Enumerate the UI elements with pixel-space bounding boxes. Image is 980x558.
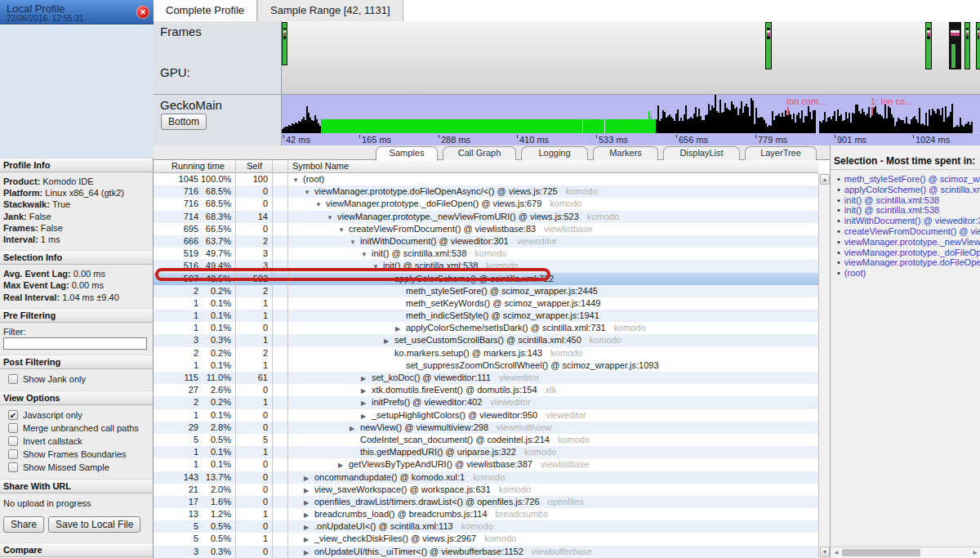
bottom-button[interactable]: Bottom	[161, 114, 207, 130]
checkbox-unchecked[interactable]	[8, 374, 18, 384]
ion-marker-label[interactable]: 1: Ion co...	[871, 96, 912, 106]
tree-expand-icon[interactable]: ▶	[361, 397, 372, 408]
table-row[interactable]: 10.1%1set_suppressZoomOnScrollWheel() @ …	[154, 359, 818, 372]
ion-marker-label[interactable]: Ion com...	[786, 96, 826, 106]
tree-expand-icon[interactable]: ▶	[304, 484, 314, 496]
table-row[interactable]: 20.2%1▶initPrefs() @ vieweditor:402viewe…	[154, 396, 818, 408]
tree-expand-icon[interactable]: ▶	[304, 472, 314, 484]
scrollbar-thumb[interactable]	[842, 549, 920, 556]
tree-expand-icon[interactable]: ▶	[384, 335, 394, 346]
main-tab-complete-profile[interactable]: Complete Profile	[154, 0, 257, 21]
table-row[interactable]: 11511.0%61▶set_koDoc() @ vieweditor:111v…	[154, 372, 818, 384]
table-row[interactable]: 69566.5%0▼createViewFromDocument() @ vie…	[154, 223, 818, 235]
table-row[interactable]: 30.3%1▶set_useCustomScrollBars() @ scint…	[154, 334, 818, 346]
table-row[interactable]: 50.5%0▶.onUpdateUI<() @ scintilla.xml:11…	[154, 520, 818, 533]
profile-list-area[interactable]	[0, 25, 154, 158]
table-row[interactable]: 51649.4%3▼init() @ scintilla.xml:538komo…	[154, 260, 818, 272]
tree-expand-icon[interactable]: ▶	[304, 533, 314, 545]
tree-expand-icon[interactable]: ▶	[304, 521, 314, 533]
tree-expand-icon[interactable]: ▶	[361, 410, 372, 422]
tree-collapse-icon[interactable]: ▼	[361, 248, 372, 260]
table-row[interactable]: 71668.5%0▼viewManager.prototype.doFileOp…	[154, 185, 818, 198]
table-row[interactable]: 212.0%0▶view_saveWorkspace() @ workspace…	[154, 484, 818, 496]
table-row[interactable]: 30.3%0▶onUpdateUI/this._uiTimer<() @ vie…	[154, 546, 818, 558]
col-self[interactable]: Self	[247, 161, 262, 171]
checkbox-unchecked[interactable]	[8, 449, 18, 459]
selection-link[interactable]: applyColorScheme() @ scintilla.xml:722	[835, 185, 980, 195]
table-row[interactable]: 51949.7%3▼init() @ scintilla.xml:538komo…	[154, 248, 818, 260]
table-vertical-scrollbar[interactable]: ▲ ▼	[818, 173, 830, 558]
filter-input[interactable]	[3, 337, 147, 350]
tree-expand-icon[interactable]: ▶	[304, 509, 314, 520]
table-row[interactable]: 66663.7%2▼initWithDocument() @ viewedito…	[154, 235, 818, 248]
scroll-right-icon[interactable]: ►	[971, 549, 979, 557]
close-icon[interactable]: ✕	[136, 6, 149, 19]
tree-expand-icon[interactable]: ▶	[350, 422, 360, 434]
table-row[interactable]: 292.8%0▶newView() @ viewmultiview:298vie…	[154, 422, 818, 434]
tree-collapse-icon[interactable]: ▼	[338, 224, 349, 235]
main-tab-sample-range-42-1131[interactable]: Sample Range [42, 1131]	[257, 0, 403, 21]
col-symbol-name[interactable]: Symbol Name	[292, 161, 349, 171]
checkbox-row-show-jank-only[interactable]: Show Jank only	[3, 373, 149, 386]
checkbox-unchecked[interactable]	[8, 436, 18, 446]
geckomain-track[interactable]: 42 ms165 ms288 ms410 ms533 ms656 ms779 m…	[282, 94, 980, 145]
table-row[interactable]: 14313.7%0▶oncommandupdate() @ komodo.xul…	[154, 471, 818, 484]
selection-link[interactable]: viewManager.prototype._doFileOpen() @ vi…	[835, 248, 980, 258]
selection-link[interactable]: init() @ scintilla.xml:538	[835, 205, 980, 216]
table-row[interactable]: 71668.5%0▼viewManager.prototype._doFileO…	[154, 198, 818, 210]
save-to-local-file-button[interactable]: Save to Local File	[48, 516, 140, 533]
tree-collapse-icon[interactable]: ▼	[292, 174, 303, 185]
tree-collapse-icon[interactable]: ▼	[350, 236, 360, 248]
table-row[interactable]: 50.5%1▶_view_checkDiskFiles() @ views.js…	[154, 533, 818, 545]
table-row[interactable]: 10.1%0▶_setupHighlightColors() @ viewedi…	[154, 409, 818, 422]
view-tab-logging[interactable]: Logging	[521, 146, 588, 160]
selection-link[interactable]: viewManager.prototype._newViewFromURI() …	[835, 237, 980, 248]
view-tab-call-graph[interactable]: Call Graph	[443, 146, 516, 160]
tree-collapse-icon[interactable]: ▼	[384, 274, 394, 285]
selection-link[interactable]: createViewFromDocument() @ viewlistbase:…	[835, 226, 980, 237]
tree-expand-icon[interactable]: ▶	[361, 373, 372, 384]
tree-expand-icon[interactable]: ▶	[304, 497, 314, 508]
col-running-time[interactable]: Running time	[172, 161, 225, 171]
table-row[interactable]: 1045100.0%100▼(root)	[154, 173, 818, 185]
checkbox-checked[interactable]: ✔	[8, 410, 18, 420]
table-row[interactable]: 10.1%0▶applyColorScheme/setIsDark() @ sc…	[154, 322, 818, 334]
share-button[interactable]: Share	[3, 516, 44, 533]
selection-link[interactable]: meth_styleSetFore() @ scimoz_wrapper.js:…	[835, 174, 980, 185]
table-row[interactable]: 50748.5%502▼applyColorScheme() @ scintil…	[154, 273, 818, 285]
tree-expand-icon[interactable]: ▶	[338, 459, 349, 471]
table-row[interactable]: 131.2%1▶breadcrumbs_load() @ breadcrumbs…	[154, 508, 818, 520]
table-row[interactable]: 20.2%2ko.markers.setup() @ markers.js:14…	[154, 347, 818, 359]
tree-expand-icon[interactable]: ▶	[395, 323, 406, 334]
tree-collapse-icon[interactable]: ▼	[315, 199, 326, 210]
selection-horizontal-scrollbar[interactable]: ◄ ►	[831, 547, 980, 558]
tree-collapse-icon[interactable]: ▼	[372, 261, 383, 272]
view-tab-samples[interactable]: Samples	[376, 146, 438, 161]
table-row[interactable]: 71468.3%14▼viewManager.prototype._newVie…	[154, 211, 818, 223]
checkbox-row-javascript-only[interactable]: ✔Javascript only	[3, 408, 149, 422]
checkbox-row-invert-callstack[interactable]: Invert callstack	[3, 435, 149, 448]
tree-collapse-icon[interactable]: ▼	[304, 186, 314, 198]
scroll-down-icon[interactable]: ▼	[820, 547, 830, 557]
tree-collapse-icon[interactable]: ▼	[327, 212, 337, 223]
selection-link[interactable]: initWithDocument() @ vieweditor:301	[835, 216, 980, 226]
checkbox-unchecked[interactable]	[8, 423, 18, 433]
checkbox-row-show-frames-boundaries[interactable]: Show Frames Boundaries	[3, 448, 149, 461]
table-row[interactable]: 20.2%2meth_styleSetFore() @ scimoz_wrapp…	[154, 285, 818, 297]
scroll-left-icon[interactable]: ◄	[832, 549, 840, 557]
table-row[interactable]: 10.1%1meth_setKeyWords() @ scimoz_wrappe…	[154, 297, 818, 310]
tree-expand-icon[interactable]: ▶	[361, 385, 372, 396]
table-row[interactable]: 272.6%0▶xtk.domutils.fireEvent() @ domut…	[154, 384, 818, 396]
table-row[interactable]: 10.1%0▶getViewsByTypeAndURI() @ viewlist…	[154, 458, 818, 471]
scroll-up-icon[interactable]: ▲	[820, 174, 830, 185]
view-tab-markers[interactable]: Markers	[593, 146, 658, 160]
view-tab-layertree[interactable]: LayerTree	[745, 146, 817, 160]
checkbox-row-merge-unbranched-call-paths[interactable]: Merge unbranched call paths	[3, 422, 149, 435]
frames-track[interactable]	[282, 21, 980, 94]
view-tab-displaylist[interactable]: DisplayList	[663, 146, 740, 160]
selection-link[interactable]: (root)	[835, 268, 980, 279]
selection-link[interactable]: viewManager.prototype.doFileOpenAsync/<(…	[835, 257, 980, 268]
selection-link[interactable]: init() @ scintilla.xml:538	[835, 195, 980, 206]
table-row[interactable]: 171.6%0▶openfiles_drawList/timers.drawLi…	[154, 496, 818, 508]
table-row[interactable]: 50.5%5CodeIntel_scan_document() @ codein…	[154, 434, 818, 446]
